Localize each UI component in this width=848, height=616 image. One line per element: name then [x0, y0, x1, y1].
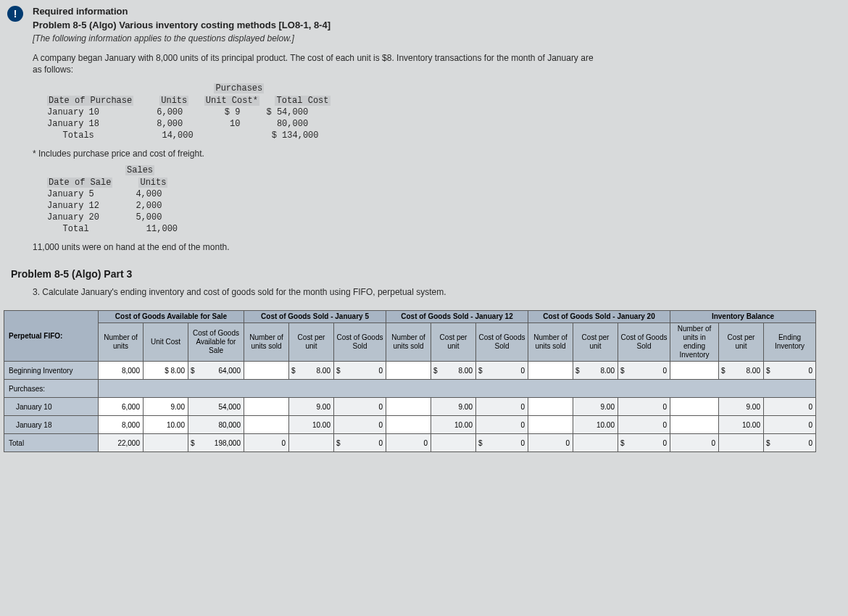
- row-beginning-label: Beginning Inventory: [4, 362, 99, 380]
- beg-j20-cpu: $8.00: [573, 362, 618, 380]
- purchases-table: Purchases Date of Purchase Units Unit Co…: [47, 83, 839, 141]
- beg-bal-inv: $0: [764, 362, 816, 380]
- table-row: Perpetual FIFO: Cost of Goods Available …: [4, 311, 816, 323]
- jan10-j12-units-input[interactable]: [386, 398, 431, 416]
- jan18-avail: 80,000: [188, 416, 244, 434]
- section-avail: Cost of Goods Available for Sale: [99, 311, 244, 323]
- jan10-j5-units-input[interactable]: [244, 398, 289, 416]
- table-row: January 10 6,000 9.00 54,000 9.00 0 9.00…: [4, 398, 816, 416]
- jan10-bal-inv: 0: [764, 398, 816, 416]
- jan18-j5-units-input[interactable]: [244, 416, 289, 434]
- jan10-j5-cpu: 9.00: [289, 398, 334, 416]
- jan10-bal-units-input[interactable]: [670, 398, 719, 416]
- beg-units-input[interactable]: 8,000: [99, 362, 144, 380]
- beg-j12-cogs: $0: [476, 362, 528, 380]
- required-info-heading: Required information: [33, 6, 839, 17]
- jan18-unitcost-input[interactable]: 10.00: [144, 416, 188, 434]
- total-bal-inv: $0: [764, 434, 816, 452]
- jan18-j12-cpu: 10.00: [431, 416, 476, 434]
- beg-j5-units-input[interactable]: [244, 362, 289, 380]
- problem-title: Problem 8-5 (Algo) Various inventory cos…: [33, 20, 839, 30]
- jan10-bal-cpu: 9.00: [719, 398, 764, 416]
- table-row: Beginning Inventory 8,000 $ 8.00 $64,000…: [4, 362, 816, 380]
- jan10-j20-cogs: 0: [618, 398, 670, 416]
- answer-table: Perpetual FIFO: Cost of Goods Available …: [4, 310, 816, 452]
- beg-j5-cpu: $8.00: [289, 362, 334, 380]
- jan18-units-input[interactable]: 8,000: [99, 416, 144, 434]
- jan18-bal-inv: 0: [764, 416, 816, 434]
- total-j12-sold: 0: [386, 434, 431, 452]
- jan18-j5-cpu: 10.00: [289, 416, 334, 434]
- jan10-units-input[interactable]: 6,000: [99, 398, 144, 416]
- total-j20-cogs: $0: [618, 434, 670, 452]
- jan10-avail: 54,000: [188, 398, 244, 416]
- beg-avail-cell: $64,000: [188, 362, 244, 380]
- row-jan10-label: January 10: [4, 398, 99, 416]
- freight-note: * Includes purchase price and cost of fr…: [33, 149, 839, 159]
- total-j12-cogs: $0: [476, 434, 528, 452]
- table-row: Purchases:: [4, 380, 816, 398]
- jan10-j20-units-input[interactable]: [528, 398, 573, 416]
- jan10-j5-cogs: 0: [334, 398, 386, 416]
- jan18-bal-cpu: 10.00: [719, 416, 764, 434]
- intro-paragraph: A company began January with 8,000 units…: [33, 52, 598, 75]
- alert-icon: !: [7, 6, 23, 22]
- total-j20-sold: 0: [528, 434, 573, 452]
- jan10-j12-cpu: 9.00: [431, 398, 476, 416]
- row-total-label: Total: [4, 434, 99, 452]
- beg-j20-cogs: $0: [618, 362, 670, 380]
- table-row: January 18 8,000 10.00 80,000 10.00 0 10…: [4, 416, 816, 434]
- perpetual-fifo-header: Perpetual FIFO:: [4, 311, 99, 362]
- table-row: Total 22,000 $198,000 0 $0 0 $0 0 $0 0 $…: [4, 434, 816, 452]
- jan10-j12-cogs: 0: [476, 398, 528, 416]
- jan18-j20-units-input[interactable]: [528, 416, 573, 434]
- total-j5-sold: 0: [244, 434, 289, 452]
- table-row: Number of units Unit Cost Cost of Goods …: [4, 323, 816, 362]
- jan18-j12-units-input[interactable]: [386, 416, 431, 434]
- section-cogs5: Cost of Goods Sold - January 5: [244, 311, 386, 323]
- jan18-j20-cpu: 10.00: [573, 416, 618, 434]
- beg-j12-units-input[interactable]: [386, 362, 431, 380]
- section-cogs12: Cost of Goods Sold - January 12: [386, 311, 528, 323]
- jan10-unitcost-input[interactable]: 9.00: [144, 398, 188, 416]
- onhand-note: 11,000 units were on hand at the end of …: [33, 242, 839, 252]
- beg-bal-units-input[interactable]: [670, 362, 719, 380]
- row-jan18-label: January 18: [4, 416, 99, 434]
- total-j5-cogs: $0: [334, 434, 386, 452]
- beg-unitcost-input[interactable]: $ 8.00: [144, 362, 188, 380]
- jan18-j5-cogs: 0: [334, 416, 386, 434]
- row-purchases-label: Purchases:: [4, 380, 99, 398]
- section-balance: Inventory Balance: [670, 311, 816, 323]
- beg-j20-units-input[interactable]: [528, 362, 573, 380]
- total-avail: $198,000: [188, 434, 244, 452]
- jan18-bal-units-input[interactable]: [670, 416, 719, 434]
- jan18-j20-cogs: 0: [618, 416, 670, 434]
- jan10-j20-cpu: 9.00: [573, 398, 618, 416]
- instruction-text: 3. Calculate January's ending inventory …: [33, 287, 839, 297]
- total-bal-units: 0: [670, 434, 719, 452]
- beg-bal-cpu: $8.00: [719, 362, 764, 380]
- jan18-j12-cogs: 0: [476, 416, 528, 434]
- beg-j5-cogs: $0: [334, 362, 386, 380]
- applies-note: [The following information applies to th…: [33, 33, 839, 43]
- section-cogs20: Cost of Goods Sold - January 20: [528, 311, 670, 323]
- total-units: 22,000: [99, 434, 144, 452]
- sales-table: Sales Date of Sale Units January 5 4,000…: [47, 165, 839, 235]
- part-heading: Problem 8-5 (Algo) Part 3: [11, 268, 839, 280]
- beg-j12-cpu: $8.00: [431, 362, 476, 380]
